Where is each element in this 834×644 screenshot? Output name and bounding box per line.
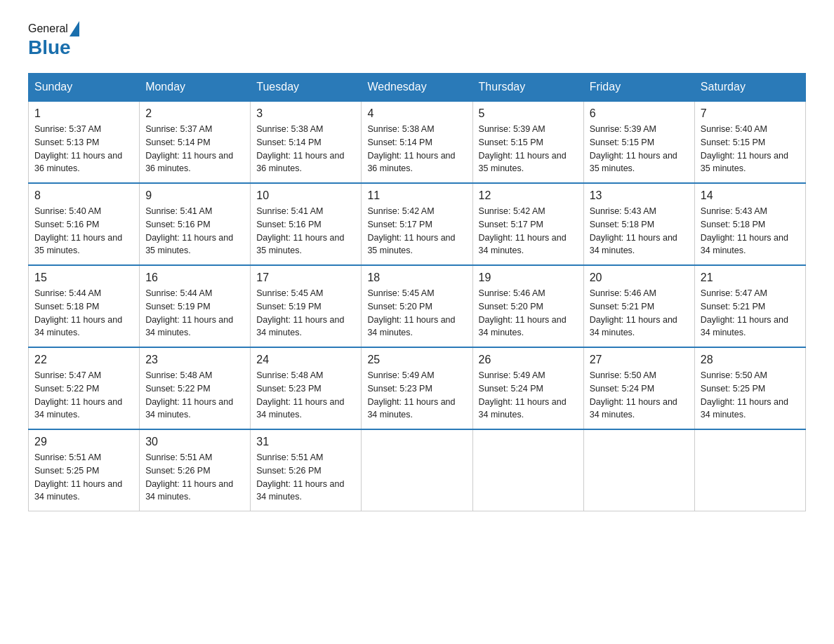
day-info: Sunrise: 5:39 AMSunset: 5:15 PMDaylight:… bbox=[590, 124, 677, 173]
day-info: Sunrise: 5:46 AMSunset: 5:20 PMDaylight:… bbox=[479, 288, 567, 337]
calendar-day-cell: 18 Sunrise: 5:45 AMSunset: 5:20 PMDaylig… bbox=[362, 265, 472, 347]
calendar-week-row: 29 Sunrise: 5:51 AMSunset: 5:25 PMDaylig… bbox=[29, 429, 806, 511]
day-number: 5 bbox=[479, 107, 578, 120]
day-number: 16 bbox=[145, 271, 244, 284]
day-info: Sunrise: 5:49 AMSunset: 5:24 PMDaylight:… bbox=[479, 370, 567, 420]
day-number: 25 bbox=[367, 354, 466, 366]
day-number: 2 bbox=[145, 107, 244, 120]
day-number: 29 bbox=[34, 436, 133, 448]
calendar-day-cell: 12 Sunrise: 5:42 AMSunset: 5:17 PMDaylig… bbox=[472, 183, 583, 265]
day-number: 24 bbox=[256, 354, 355, 366]
day-number: 19 bbox=[479, 271, 578, 284]
day-number: 12 bbox=[479, 189, 578, 202]
calendar-day-cell: 6 Sunrise: 5:39 AMSunset: 5:15 PMDayligh… bbox=[583, 101, 694, 183]
logo-general-text: General bbox=[28, 22, 68, 35]
calendar-header-saturday: Saturday bbox=[694, 74, 805, 102]
day-info: Sunrise: 5:43 AMSunset: 5:18 PMDaylight:… bbox=[590, 206, 677, 255]
day-info: Sunrise: 5:44 AMSunset: 5:18 PMDaylight:… bbox=[34, 288, 122, 337]
calendar-day-cell: 24 Sunrise: 5:48 AMSunset: 5:23 PMDaylig… bbox=[251, 347, 362, 429]
day-info: Sunrise: 5:40 AMSunset: 5:16 PMDaylight:… bbox=[34, 206, 122, 255]
calendar-day-cell: 9 Sunrise: 5:41 AMSunset: 5:16 PMDayligh… bbox=[140, 183, 251, 265]
day-info: Sunrise: 5:44 AMSunset: 5:19 PMDaylight:… bbox=[145, 288, 233, 337]
day-info: Sunrise: 5:45 AMSunset: 5:20 PMDaylight:… bbox=[367, 288, 455, 337]
day-info: Sunrise: 5:39 AMSunset: 5:15 PMDaylight:… bbox=[479, 124, 567, 173]
day-info: Sunrise: 5:50 AMSunset: 5:24 PMDaylight:… bbox=[590, 370, 677, 420]
day-info: Sunrise: 5:48 AMSunset: 5:23 PMDaylight:… bbox=[256, 370, 344, 420]
day-info: Sunrise: 5:49 AMSunset: 5:23 PMDaylight:… bbox=[367, 370, 455, 420]
calendar-day-cell: 8 Sunrise: 5:40 AMSunset: 5:16 PMDayligh… bbox=[29, 183, 140, 265]
day-info: Sunrise: 5:38 AMSunset: 5:14 PMDaylight:… bbox=[256, 124, 344, 173]
day-number: 10 bbox=[256, 189, 355, 202]
day-number: 14 bbox=[701, 189, 800, 202]
day-number: 17 bbox=[256, 271, 355, 284]
calendar-day-cell: 29 Sunrise: 5:51 AMSunset: 5:25 PMDaylig… bbox=[29, 429, 140, 511]
logo-blue-text: Blue bbox=[28, 36, 71, 59]
calendar-week-row: 1 Sunrise: 5:37 AMSunset: 5:13 PMDayligh… bbox=[29, 101, 806, 183]
day-number: 8 bbox=[34, 189, 133, 202]
calendar-header-tuesday: Tuesday bbox=[251, 74, 362, 102]
day-number: 31 bbox=[256, 436, 355, 448]
page-header: General Blue bbox=[28, 21, 806, 59]
calendar-day-cell: 21 Sunrise: 5:47 AMSunset: 5:21 PMDaylig… bbox=[694, 265, 805, 347]
day-number: 3 bbox=[256, 107, 355, 120]
day-number: 1 bbox=[34, 107, 133, 120]
calendar-day-cell: 17 Sunrise: 5:45 AMSunset: 5:19 PMDaylig… bbox=[251, 265, 362, 347]
logo-triangle-icon bbox=[70, 21, 79, 36]
day-info: Sunrise: 5:45 AMSunset: 5:19 PMDaylight:… bbox=[256, 288, 344, 337]
day-info: Sunrise: 5:48 AMSunset: 5:22 PMDaylight:… bbox=[145, 370, 233, 420]
day-number: 11 bbox=[367, 189, 466, 202]
calendar-day-cell: 31 Sunrise: 5:51 AMSunset: 5:26 PMDaylig… bbox=[251, 429, 362, 511]
calendar-day-cell: 19 Sunrise: 5:46 AMSunset: 5:20 PMDaylig… bbox=[472, 265, 583, 347]
day-info: Sunrise: 5:37 AMSunset: 5:13 PMDaylight:… bbox=[34, 124, 122, 173]
calendar-empty-cell bbox=[694, 429, 805, 511]
calendar-day-cell: 2 Sunrise: 5:37 AMSunset: 5:14 PMDayligh… bbox=[140, 101, 251, 183]
day-number: 26 bbox=[479, 354, 578, 366]
day-number: 22 bbox=[34, 354, 133, 366]
calendar-header-thursday: Thursday bbox=[472, 74, 583, 102]
day-number: 27 bbox=[590, 354, 689, 366]
calendar-week-row: 22 Sunrise: 5:47 AMSunset: 5:22 PMDaylig… bbox=[29, 347, 806, 429]
calendar-day-cell: 14 Sunrise: 5:43 AMSunset: 5:18 PMDaylig… bbox=[694, 183, 805, 265]
calendar-day-cell: 10 Sunrise: 5:41 AMSunset: 5:16 PMDaylig… bbox=[251, 183, 362, 265]
calendar-day-cell: 20 Sunrise: 5:46 AMSunset: 5:21 PMDaylig… bbox=[583, 265, 694, 347]
calendar-day-cell: 25 Sunrise: 5:49 AMSunset: 5:23 PMDaylig… bbox=[362, 347, 472, 429]
calendar-day-cell: 22 Sunrise: 5:47 AMSunset: 5:22 PMDaylig… bbox=[29, 347, 140, 429]
calendar-empty-cell bbox=[583, 429, 694, 511]
calendar-day-cell: 1 Sunrise: 5:37 AMSunset: 5:13 PMDayligh… bbox=[29, 101, 140, 183]
day-number: 20 bbox=[590, 271, 689, 284]
day-number: 30 bbox=[145, 436, 244, 448]
logo: General Blue bbox=[28, 21, 81, 59]
calendar-empty-cell bbox=[362, 429, 472, 511]
calendar-day-cell: 23 Sunrise: 5:48 AMSunset: 5:22 PMDaylig… bbox=[140, 347, 251, 429]
day-number: 7 bbox=[701, 107, 800, 120]
day-info: Sunrise: 5:42 AMSunset: 5:17 PMDaylight:… bbox=[479, 206, 567, 255]
calendar-header-wednesday: Wednesday bbox=[362, 74, 472, 102]
calendar-day-cell: 30 Sunrise: 5:51 AMSunset: 5:26 PMDaylig… bbox=[140, 429, 251, 511]
calendar-day-cell: 27 Sunrise: 5:50 AMSunset: 5:24 PMDaylig… bbox=[583, 347, 694, 429]
calendar-day-cell: 3 Sunrise: 5:38 AMSunset: 5:14 PMDayligh… bbox=[251, 101, 362, 183]
day-info: Sunrise: 5:42 AMSunset: 5:17 PMDaylight:… bbox=[367, 206, 455, 255]
day-number: 23 bbox=[145, 354, 244, 366]
calendar-empty-cell bbox=[472, 429, 583, 511]
calendar-table: SundayMondayTuesdayWednesdayThursdayFrid… bbox=[28, 73, 806, 511]
day-info: Sunrise: 5:51 AMSunset: 5:26 PMDaylight:… bbox=[145, 452, 233, 502]
day-number: 21 bbox=[701, 271, 800, 284]
day-info: Sunrise: 5:43 AMSunset: 5:18 PMDaylight:… bbox=[701, 206, 788, 255]
calendar-day-cell: 13 Sunrise: 5:43 AMSunset: 5:18 PMDaylig… bbox=[583, 183, 694, 265]
day-number: 4 bbox=[367, 107, 466, 120]
calendar-day-cell: 26 Sunrise: 5:49 AMSunset: 5:24 PMDaylig… bbox=[472, 347, 583, 429]
calendar-day-cell: 7 Sunrise: 5:40 AMSunset: 5:15 PMDayligh… bbox=[694, 101, 805, 183]
day-number: 15 bbox=[34, 271, 133, 284]
day-info: Sunrise: 5:38 AMSunset: 5:14 PMDaylight:… bbox=[367, 124, 455, 173]
calendar-day-cell: 4 Sunrise: 5:38 AMSunset: 5:14 PMDayligh… bbox=[362, 101, 472, 183]
day-info: Sunrise: 5:51 AMSunset: 5:25 PMDaylight:… bbox=[34, 452, 122, 502]
day-info: Sunrise: 5:40 AMSunset: 5:15 PMDaylight:… bbox=[701, 124, 788, 173]
day-number: 9 bbox=[145, 189, 244, 202]
day-info: Sunrise: 5:47 AMSunset: 5:22 PMDaylight:… bbox=[34, 370, 122, 420]
calendar-day-cell: 16 Sunrise: 5:44 AMSunset: 5:19 PMDaylig… bbox=[140, 265, 251, 347]
day-number: 28 bbox=[701, 354, 800, 366]
calendar-day-cell: 15 Sunrise: 5:44 AMSunset: 5:18 PMDaylig… bbox=[29, 265, 140, 347]
day-number: 6 bbox=[590, 107, 689, 120]
day-number: 18 bbox=[367, 271, 466, 284]
calendar-header-sunday: Sunday bbox=[29, 74, 140, 102]
